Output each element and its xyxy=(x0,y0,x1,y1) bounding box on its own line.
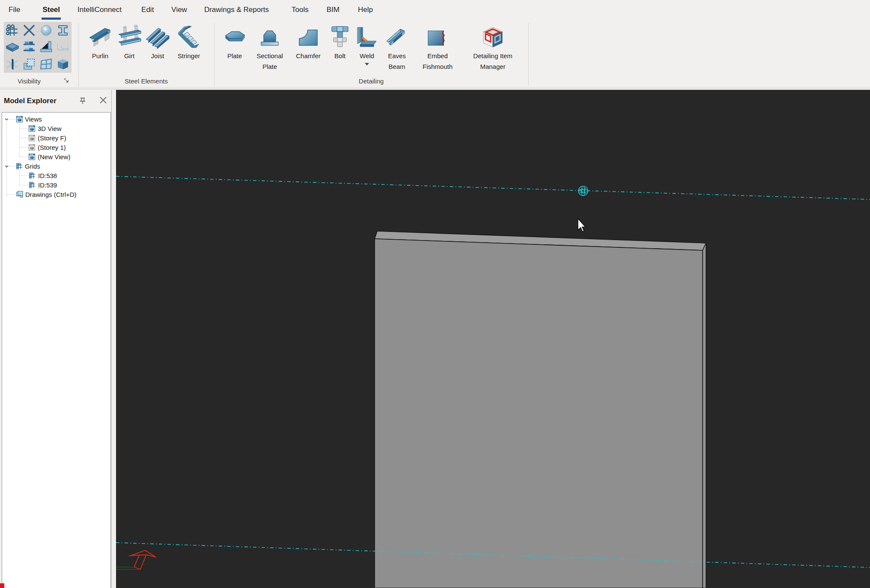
stringer-icon-box xyxy=(176,22,201,50)
view-icon xyxy=(29,154,35,160)
sectional-plate-label: Sectional Plate xyxy=(252,50,287,72)
eaves-beam-icon xyxy=(385,27,409,49)
girt-label: Girt xyxy=(124,50,134,61)
group-label-detailing: Detailing xyxy=(214,77,528,85)
purlin-label: Purlin xyxy=(92,50,108,61)
pin-icon[interactable] xyxy=(79,97,86,105)
menu-view-label: View xyxy=(171,6,187,14)
weld-axes-button[interactable] xyxy=(4,56,21,73)
menu-file[interactable]: File xyxy=(8,0,21,20)
tree-row-3d-view[interactable]: 3D View xyxy=(2,124,62,133)
plate-visibility-button[interactable] xyxy=(4,39,21,56)
slab-side-face xyxy=(703,243,706,588)
ribbon-separator xyxy=(214,23,215,86)
sectional-plate-button[interactable]: Sectional Plate xyxy=(252,22,287,72)
menu-drawings-reports[interactable]: Drawings & Reports xyxy=(204,0,269,20)
embed-fishmouth-icon-box xyxy=(426,22,449,50)
camera-window-icon xyxy=(40,58,53,71)
girt-button[interactable]: Girt xyxy=(116,22,143,61)
joist-button[interactable]: Joist xyxy=(144,22,171,61)
grid-line-top[interactable] xyxy=(116,176,870,199)
panel-splitter[interactable] xyxy=(111,90,116,588)
ribbon-separator xyxy=(78,23,79,86)
close-icon[interactable] xyxy=(99,96,107,104)
embed-fishmouth-button[interactable]: Embed Fishmouth xyxy=(415,22,460,72)
detailing-group: Plate Sectional Plate xyxy=(216,22,527,72)
stringer-button[interactable]: Stringer xyxy=(173,22,205,61)
sphere-button[interactable] xyxy=(38,22,55,39)
weld-dropdown-arrow[interactable] xyxy=(365,63,369,65)
axes-cross-button[interactable] xyxy=(21,22,38,39)
group-label-visibility: Visibility xyxy=(0,77,58,85)
tree-label: ID:538 xyxy=(38,172,57,179)
menu-help[interactable]: Help xyxy=(358,0,373,20)
ibeam-section-button[interactable] xyxy=(55,22,72,39)
chevron-down-icon[interactable] xyxy=(4,117,9,122)
visibility-icon-panel xyxy=(4,22,72,73)
tree-row-storey-f[interactable]: (Storey F) xyxy=(2,133,66,143)
angle-section-icon xyxy=(40,41,53,53)
tree-row-drawings[interactable]: Drawings (Ctrl+D) xyxy=(2,190,77,199)
bolt-icon xyxy=(330,26,350,49)
ribbon-separator xyxy=(528,23,529,86)
tree-row-storey-1[interactable]: (Storey 1) xyxy=(2,143,66,152)
mouse-cursor xyxy=(578,219,585,232)
channel-section-button[interactable] xyxy=(55,39,72,56)
eaves-beam-button[interactable]: Eaves Beam xyxy=(383,22,411,72)
tree-row-id538[interactable]: ID:538 xyxy=(2,171,57,180)
tree-label: Drawings (Ctrl+D) xyxy=(25,191,77,198)
weld-icon xyxy=(355,27,379,49)
chamfer-icon xyxy=(298,27,319,49)
menu-tools[interactable]: Tools xyxy=(291,0,309,20)
girt-icon xyxy=(117,25,142,49)
solid-cube-button[interactable] xyxy=(55,56,72,73)
panel-title: Model Explorer xyxy=(4,97,57,105)
detailing-item-manager-icon xyxy=(482,27,504,49)
plate-button[interactable]: Plate xyxy=(221,22,248,61)
plate-icon-box xyxy=(223,22,246,50)
axes-cross-icon xyxy=(23,24,36,37)
detailing-item-manager-button[interactable]: Detailing Item Manager xyxy=(465,22,521,72)
embed-fishmouth-label: Embed Fishmouth xyxy=(415,50,460,72)
grid-node-icon xyxy=(29,172,36,179)
sectional-plate-icon xyxy=(259,27,281,49)
tree-row-new-view[interactable]: (New View) xyxy=(2,152,70,161)
tree-label: (Storey 1) xyxy=(38,144,66,151)
weld-button[interactable]: Weld xyxy=(355,22,379,65)
menu-bim-label: BIM xyxy=(327,6,340,14)
viewport-graphics xyxy=(116,90,870,588)
menu-bim[interactable]: BIM xyxy=(326,0,340,20)
model-viewport[interactable] xyxy=(116,90,870,588)
view-icon-gray xyxy=(29,144,35,151)
camera-window-button[interactable] xyxy=(38,56,55,73)
grid-visibility-button[interactable] xyxy=(4,22,21,39)
tree-row-views[interactable]: Views xyxy=(2,114,42,124)
tree-row-grids[interactable]: Grids xyxy=(2,161,40,171)
ucs-red-arrow xyxy=(129,550,156,570)
detailing-item-manager-label: Detailing Item Manager xyxy=(465,50,521,72)
ibeam-section-icon xyxy=(57,24,69,37)
purlin-button[interactable]: Purlin xyxy=(86,22,114,61)
slab-front-face xyxy=(375,239,703,588)
bolts-visibility-button[interactable] xyxy=(21,39,38,56)
special-part-button[interactable] xyxy=(21,56,38,73)
steel-plate-slab[interactable] xyxy=(375,231,706,588)
menu-intelliconnect[interactable]: IntelliConnect xyxy=(77,0,122,20)
menu-steel[interactable]: Steel xyxy=(42,0,60,20)
tree-row-id539[interactable]: ID:539 xyxy=(2,180,57,190)
visibility-dialog-launcher[interactable] xyxy=(64,78,70,84)
joist-icon-box xyxy=(145,22,170,50)
model-explorer-panel: Model Explorer xyxy=(0,90,111,588)
chevron-down-icon[interactable] xyxy=(4,164,9,169)
purlin-icon xyxy=(88,25,113,49)
menu-view[interactable]: View xyxy=(171,0,188,20)
menu-bar: File Steel IntelliConnect Edit View Draw… xyxy=(0,0,870,20)
menu-edit[interactable]: Edit xyxy=(141,0,154,20)
bolt-button[interactable]: Bolt xyxy=(329,22,351,65)
grid-node-icon xyxy=(16,163,23,169)
angle-section-button[interactable] xyxy=(38,39,55,56)
eaves-beam-label: Eaves Beam xyxy=(383,50,411,72)
chamfer-button[interactable]: Chamfer xyxy=(292,22,325,61)
joist-icon xyxy=(145,25,170,49)
solid-cube-icon xyxy=(57,58,69,71)
